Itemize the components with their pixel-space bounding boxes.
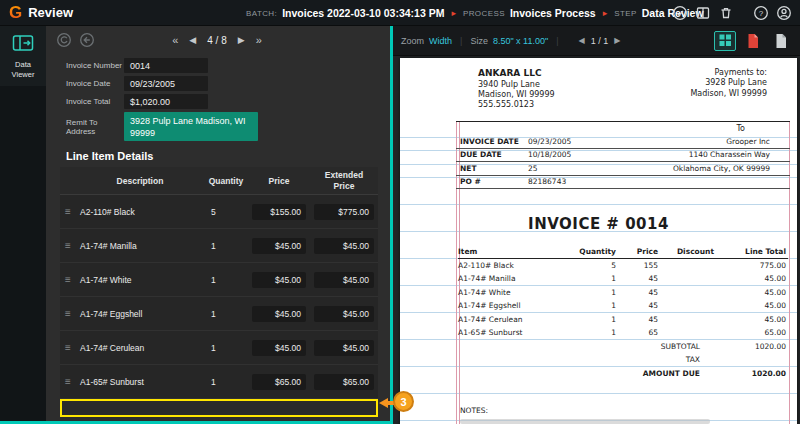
- document-canvas[interactable]: ANKARA LLC 3940 Pulp Lane Madison, WI 99…: [393, 56, 800, 424]
- quantity-cell: 1: [566, 301, 618, 310]
- description-cell[interactable]: A1-65# Sunburst: [76, 377, 204, 387]
- next-page-icon[interactable]: ▶: [614, 36, 620, 45]
- description-cell[interactable]: A1-74# Cerulean: [76, 343, 204, 353]
- description-cell[interactable]: A1-74# White: [76, 275, 204, 285]
- company-block: ANKARA LLC 3940 Pulp Lane Madison, WI 99…: [478, 68, 555, 111]
- quantity-cell[interactable]: 1: [204, 241, 248, 251]
- invoice-date-input[interactable]: 09/23/2005: [124, 76, 208, 91]
- step-label: STEP: [614, 9, 637, 18]
- field-label: Remit To Address: [66, 118, 124, 136]
- clipped-notes-text: [460, 419, 710, 424]
- line-total-cell: 45.00: [716, 301, 788, 310]
- quantity-cell: 1: [566, 288, 618, 297]
- company-name: ANKARA LLC: [478, 68, 555, 80]
- remit-to-address-input[interactable]: 3928 Pulp Lane Madison, WI 99999: [124, 112, 258, 141]
- invoice-table-row: A2-110# Black 5 155 775.00: [458, 259, 788, 273]
- undo-icon[interactable]: [79, 32, 95, 48]
- grooper-logo-icon: G: [9, 3, 22, 23]
- price-cell[interactable]: $45.00: [252, 272, 306, 288]
- table-row[interactable]: ≡ A1-74# Cerulean 1 $45.00 $45.00: [60, 331, 378, 365]
- company-phone: 555.555.0123: [478, 100, 555, 110]
- viewer-toolbar: Zoom Width | Size 8.50" x 11.00" | ◀ 1 /…: [393, 26, 800, 56]
- table-row[interactable]: ≡ A1-74# White 1 $45.00 $45.00: [60, 263, 378, 297]
- quantity-cell[interactable]: 1: [204, 275, 248, 285]
- drag-handle-icon[interactable]: ≡: [60, 308, 76, 319]
- description-cell[interactable]: A1-74# Eggshell: [76, 309, 204, 319]
- drag-handle-icon[interactable]: ≡: [60, 376, 76, 387]
- last-record-icon[interactable]: »: [256, 34, 262, 46]
- drag-handle-icon[interactable]: ≡: [60, 240, 76, 251]
- extended-price-cell[interactable]: $775.00: [314, 204, 374, 220]
- extended-price-cell[interactable]: $45.00: [314, 306, 374, 322]
- price-cell[interactable]: $45.00: [252, 340, 306, 356]
- price-cell[interactable]: $45.00: [252, 238, 306, 254]
- quantity-cell[interactable]: 1: [204, 343, 248, 353]
- table-row[interactable]: ≡ A1-65# Sunburst 1 $65.00 $65.00: [60, 365, 378, 399]
- header-price: Price: [248, 176, 310, 186]
- col-quantity: Quantity: [566, 247, 618, 256]
- invoice-table-row: A1-65# Sunburst 1 65 65.00: [458, 326, 788, 340]
- trash-icon[interactable]: [718, 5, 734, 21]
- field-invoice-date: Invoice Date 09/23/2005: [66, 76, 390, 91]
- quantity-cell[interactable]: 5: [204, 207, 248, 217]
- info-label: NET: [456, 164, 528, 173]
- table-row[interactable]: ≡ A1-74# Manilla 1 $45.00 $45.00: [60, 229, 378, 263]
- refresh-icon[interactable]: [56, 32, 72, 48]
- review-app-window: G Review BATCH: Invoices 2022-03-10 03:3…: [0, 0, 800, 424]
- invoice-title: INVOICE # 0014: [400, 215, 797, 233]
- price-cell[interactable]: $65.00: [252, 374, 306, 390]
- batch-label: BATCH:: [246, 9, 277, 18]
- annotation-badge: 3: [393, 391, 414, 412]
- drag-handle-icon[interactable]: ≡: [60, 342, 76, 353]
- invoice-table-header: Item Quantity Price Discount Line Total: [458, 245, 788, 259]
- sidebar-item-data-viewer[interactable]: Data Viewer: [0, 26, 46, 86]
- header-description: Description: [76, 176, 204, 186]
- price-cell[interactable]: $155.00: [252, 204, 306, 220]
- price-cell: 45: [618, 301, 660, 310]
- company-address: Madison, WI 99999: [478, 90, 555, 100]
- drag-handle-icon[interactable]: ≡: [60, 206, 76, 217]
- left-sidebar: Data Viewer: [0, 26, 46, 424]
- info-row: NET 25 Oklahoma City, OK 99999: [456, 162, 790, 176]
- extended-price-cell[interactable]: $65.00: [314, 374, 374, 390]
- invoice-number-input[interactable]: 0014: [124, 58, 208, 73]
- quantity-cell: 1: [566, 315, 618, 324]
- invoice-total-input[interactable]: $1,020.00: [124, 94, 208, 109]
- account-icon[interactable]: [776, 5, 792, 21]
- pdf-export-icon[interactable]: [742, 31, 764, 51]
- quantity-cell[interactable]: 1: [204, 377, 248, 387]
- invoice-page: ANKARA LLC 3940 Pulp Lane Madison, WI 99…: [400, 58, 797, 424]
- zoom-select[interactable]: Width: [429, 36, 452, 46]
- next-record-icon[interactable]: ▶: [238, 35, 245, 45]
- table-row[interactable]: ≡ A1-74# Eggshell 1 $45.00 $45.00: [60, 297, 378, 331]
- document-export-icon[interactable]: [770, 31, 792, 51]
- extended-price-cell[interactable]: $45.00: [314, 340, 374, 356]
- extended-price-cell[interactable]: $45.00: [314, 272, 374, 288]
- description-cell[interactable]: A1-74# Manilla: [76, 241, 204, 251]
- info-value: 82186743: [528, 177, 623, 186]
- help-icon[interactable]: ?: [753, 5, 769, 21]
- table-row[interactable]: ≡ A2-110# Black 5 $155.00 $775.00: [60, 195, 378, 229]
- invoice-table-row: A1-74# Manilla 1 45 45.00: [458, 272, 788, 286]
- complete-check-icon[interactable]: [672, 5, 688, 21]
- description-cell[interactable]: A2-110# Black: [76, 207, 204, 217]
- price-cell[interactable]: $45.00: [252, 306, 306, 322]
- payments-to-address: 3928 Pulp Lane: [690, 78, 767, 88]
- view-columns-icon[interactable]: [695, 5, 711, 21]
- layout-toggle-icon[interactable]: [714, 31, 736, 51]
- company-address: 3940 Pulp Lane: [478, 80, 555, 90]
- info-row: PO # 82186743: [456, 176, 790, 190]
- panel-splitter[interactable]: [390, 26, 393, 424]
- svg-text:?: ?: [759, 9, 764, 18]
- invoice-info-table: INVOICE DATE 09/23/2005 Grooper Inc DUE …: [456, 135, 790, 189]
- quantity-cell[interactable]: 1: [204, 309, 248, 319]
- payments-to-label: Payments to:: [690, 68, 767, 78]
- invoice-table-row: A1-74# Eggshell 1 45 45.00: [458, 299, 788, 313]
- previous-page-icon[interactable]: ◀: [579, 36, 585, 45]
- previous-record-icon[interactable]: ◀: [189, 35, 196, 45]
- extended-price-cell[interactable]: $45.00: [314, 238, 374, 254]
- new-row-highlight[interactable]: [60, 399, 378, 417]
- data-viewer-icon: [12, 34, 34, 56]
- drag-handle-icon[interactable]: ≡: [60, 274, 76, 285]
- first-record-icon[interactable]: «: [172, 34, 178, 46]
